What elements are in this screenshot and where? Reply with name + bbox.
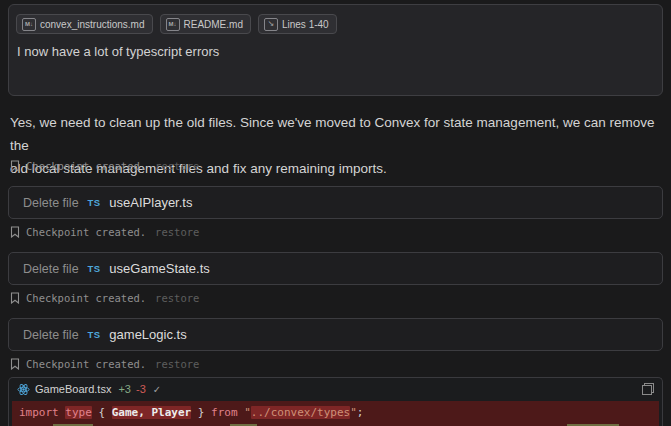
diff-done-check-icon: ✓ [153, 384, 161, 395]
checkpoint-row: Checkpoint created. restore [10, 358, 199, 370]
diff-card-header[interactable]: GameBoard.tsx +3 -3 ✓ [9, 378, 662, 400]
diff-card-gameboard: GameBoard.tsx +3 -3 ✓ import type { Game… [8, 377, 663, 426]
assistant-message-line: Yes, we need to clean up the old files. … [10, 111, 662, 157]
context-chip-convex-instructions[interactable]: M↓ convex_instructions.md [16, 14, 153, 34]
checkpoint-label: Checkpoint created. [26, 358, 146, 370]
context-chip-label: README.md [184, 19, 243, 30]
delete-file-card-useaiplayer[interactable]: Delete file TS useAIPlayer.ts [8, 186, 663, 219]
context-chip-lines[interactable]: ↘ Lines 1-40 [258, 14, 337, 34]
checkpoint-row: Checkpoint created. restore [10, 226, 199, 238]
open-file-icon[interactable] [642, 383, 654, 395]
user-message-text: I now have a lot of typescript errors [9, 34, 662, 59]
code-token: { [92, 406, 112, 419]
action-label: Delete file [23, 262, 79, 276]
user-message-box: M↓ convex_instructions.md M↓ README.md ↘… [8, 4, 663, 96]
checkpoint-row: Checkpoint created. restore [10, 160, 199, 172]
typescript-file-icon: TS [88, 329, 101, 340]
diff-deletions: -3 [136, 383, 146, 395]
checkpoint-label: Checkpoint created. [26, 292, 146, 304]
file-name: gameLogic.ts [109, 327, 186, 342]
diff-file-name: GameBoard.tsx [35, 383, 111, 395]
code-token: from [211, 406, 244, 419]
code-selection-icon: ↘ [264, 18, 278, 31]
file-name: useAIPlayer.ts [109, 195, 192, 210]
restore-link[interactable]: restore [155, 292, 199, 304]
typescript-file-icon: TS [88, 263, 101, 274]
restore-link[interactable]: restore [155, 160, 199, 172]
delete-file-card-usegamestate[interactable]: Delete file TS useGameState.ts [8, 252, 663, 285]
typescript-file-icon: TS [88, 197, 101, 208]
action-label: Delete file [23, 196, 79, 210]
markdown-file-icon: M↓ [166, 18, 180, 31]
bookmark-icon [10, 358, 20, 370]
checkpoint-label: Checkpoint created. [26, 160, 146, 172]
diff-code-area: import type { Game, Player } from "../co… [9, 400, 662, 426]
restore-link[interactable]: restore [155, 358, 199, 370]
code-token: Game, Player [112, 406, 191, 419]
context-chip-readme[interactable]: M↓ README.md [160, 14, 251, 34]
delete-file-card-gamelogic[interactable]: Delete file TS gameLogic.ts [8, 318, 663, 351]
removed-code-line: import type { Game, Player } from "../co… [12, 401, 659, 424]
chat-panel: M↓ convex_instructions.md M↓ README.md ↘… [0, 0, 671, 426]
react-file-icon [17, 383, 30, 396]
markdown-file-icon: M↓ [22, 18, 36, 31]
code-token: ; [357, 406, 364, 419]
checkpoint-row: Checkpoint created. restore [10, 292, 199, 304]
file-name: useGameState.ts [109, 261, 209, 276]
bookmark-icon [10, 292, 20, 304]
code-token: " [350, 406, 357, 419]
context-chips: M↓ convex_instructions.md M↓ README.md ↘… [9, 5, 662, 34]
checkpoint-label: Checkpoint created. [26, 226, 146, 238]
code-token: } [191, 406, 211, 419]
context-chip-label: Lines 1-40 [282, 19, 329, 30]
bookmark-icon [10, 226, 20, 238]
bookmark-icon [10, 160, 20, 172]
diff-additions: +3 [118, 383, 131, 395]
action-label: Delete file [23, 328, 79, 342]
code-token: ../convex/types [251, 406, 350, 419]
code-token: import [19, 406, 65, 419]
code-token: type [65, 406, 92, 419]
context-chip-label: convex_instructions.md [40, 19, 145, 30]
code-token: " [244, 406, 251, 419]
restore-link[interactable]: restore [155, 226, 199, 238]
